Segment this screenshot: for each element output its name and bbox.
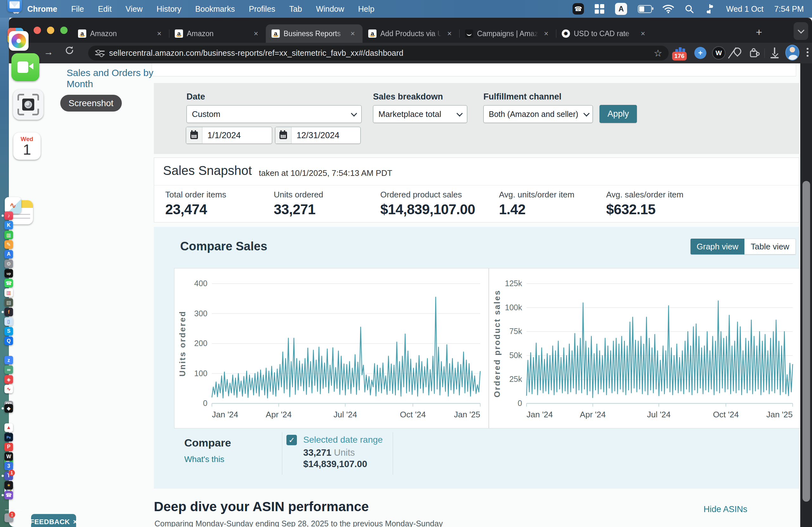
window-zoom-button[interactable] <box>60 27 68 34</box>
dock-calendar-icon[interactable]: Wed 1 <box>13 133 41 160</box>
calendar-icon[interactable] <box>186 127 202 144</box>
apply-button[interactable]: Apply <box>599 105 637 123</box>
dock-photos-icon[interactable] <box>9 31 29 51</box>
new-tab-button[interactable]: + <box>756 26 762 38</box>
dock-upwork-icon[interactable]: up <box>4 269 13 277</box>
tab-close-icon[interactable]: × <box>252 29 260 38</box>
breakdown-select[interactable]: Marketplace total <box>373 105 467 123</box>
menu-item-window[interactable]: Window <box>316 0 344 18</box>
date-to-input[interactable]: 12/31/2024 <box>275 127 361 144</box>
blocked-extension-icon[interactable] <box>729 46 743 60</box>
tab-close-icon[interactable]: × <box>542 29 550 38</box>
page-scrollbar-track[interactable] <box>800 63 812 527</box>
tab-amazon[interactable]: aAmazon× <box>72 25 169 43</box>
dock-skype-icon[interactable]: S <box>4 327 13 335</box>
url-text[interactable]: sellercentral.amazon.com/business-report… <box>109 48 404 58</box>
graph-view-button[interactable]: Graph view <box>691 239 744 255</box>
selected-date-range-label[interactable]: Selected date range <box>303 435 383 445</box>
control-center-icon[interactable] <box>705 4 715 14</box>
dock-facetime-icon[interactable] <box>11 53 39 81</box>
dock-hidden-app-icon[interactable]: 1 <box>4 513 13 522</box>
profile-avatar[interactable] <box>785 46 799 60</box>
dock-swirl-app-icon[interactable]: ∿ <box>4 385 13 393</box>
calendar-icon[interactable] <box>275 127 291 144</box>
tab-business-reports[interactable]: aBusiness Reports× <box>266 25 363 43</box>
viber-icon[interactable]: ☎ <box>572 3 584 15</box>
menu-bar-date[interactable]: Wed 1 Oct <box>726 4 764 14</box>
whats-this-link[interactable]: What's this <box>184 454 224 464</box>
dock-app-store-icon[interactable]: A <box>4 250 13 259</box>
dock-wordtune-icon[interactable]: W <box>4 452 13 461</box>
site-settings-icon[interactable] <box>95 50 105 57</box>
dock-numbers-icon[interactable]: ▥ <box>4 231 13 239</box>
dock-zoom-icon[interactable]: z <box>4 356 13 364</box>
tab-usd-to-cad-rate[interactable]: ✸USD to CAD rate× <box>556 25 653 43</box>
tab-add-products-via-upload[interactable]: aAdd Products via Upload× <box>363 25 459 43</box>
dock-maps-app-icon[interactable]: ▧ <box>4 298 13 307</box>
tab-close-icon[interactable]: × <box>639 29 647 38</box>
tab-amazon[interactable]: aAmazon× <box>169 25 266 43</box>
battery-icon[interactable] <box>638 5 652 13</box>
address-bar[interactable]: sellercentral.amazon.com/business-report… <box>88 46 669 61</box>
window-close-button[interactable] <box>34 27 41 34</box>
feedback-button[interactable]: FEEDBACK× <box>31 514 76 527</box>
dock-keynote-icon[interactable]: K <box>4 221 13 229</box>
dock-mail-icon[interactable] <box>7 0 22 12</box>
tab-close-icon[interactable]: × <box>155 29 163 38</box>
bookmark-star-icon[interactable]: ☆ <box>654 47 662 59</box>
tab-close-icon[interactable]: × <box>445 29 453 38</box>
hide-asins-link[interactable]: Hide ASINs <box>704 505 747 514</box>
plus-extension-icon[interactable]: + <box>693 46 707 60</box>
menu-item-tab[interactable]: Tab <box>289 0 302 18</box>
tab-search-button[interactable] <box>794 22 808 40</box>
extensions-puzzle-icon[interactable] <box>747 46 761 60</box>
analytics-extension-icon[interactable]: 176 <box>673 46 687 60</box>
menu-bar-clock[interactable]: 7:54 PM <box>774 4 804 14</box>
dock-phone-mirroring-icon[interactable]: ▯ <box>4 317 13 326</box>
wordtune-extension-icon[interactable]: W <box>712 46 726 60</box>
downloads-icon[interactable] <box>768 46 782 60</box>
page-scrollbar-thumb[interactable] <box>802 181 810 502</box>
chrome-menu-icon[interactable] <box>807 48 809 58</box>
menu-item-edit[interactable]: Edit <box>98 0 112 18</box>
menu-item-help[interactable]: Help <box>358 0 374 18</box>
dock-quicktime-icon[interactable]: Q <box>4 336 13 345</box>
dock-passwords-icon[interactable]: ✶ <box>4 481 13 490</box>
menu-item-bookmarks[interactable]: Bookmarks <box>195 0 235 18</box>
input-source-icon[interactable]: A <box>615 3 627 15</box>
dock-system-settings-icon[interactable]: ⚙ <box>4 259 13 268</box>
dock-infinity-app-icon[interactable]: ∞ <box>4 365 13 374</box>
window-minimize-button[interactable] <box>47 27 54 34</box>
window-tiling-icon[interactable] <box>595 4 604 14</box>
forward-button[interactable]: → <box>44 47 53 57</box>
menu-item-file[interactable]: File <box>71 0 84 18</box>
table-view-button[interactable]: Table view <box>744 239 796 255</box>
dock-cube-app-icon[interactable]: ◆ <box>4 404 13 412</box>
tab-campaigns-amazon-ad[interactable]: Campaigns | Amazon Ad× <box>459 25 556 43</box>
dock-pages-icon[interactable]: ✎ <box>4 240 13 249</box>
dock-music-icon[interactable]: ♪ <box>4 211 13 220</box>
menu-item-history[interactable]: History <box>157 0 182 18</box>
dock-things-icon[interactable]: 3 <box>4 462 13 470</box>
date-preset-select[interactable]: Custom <box>187 105 362 123</box>
sales-orders-by-month-link[interactable]: Sales and Orders by Month <box>67 67 156 90</box>
dock-send-app-icon[interactable]: ◈ <box>4 375 13 384</box>
tab-close-icon[interactable]: × <box>349 29 357 38</box>
dock-screenshot-icon[interactable] <box>13 89 43 120</box>
wifi-icon[interactable] <box>663 4 674 13</box>
dock-viber-icon[interactable]: ☎ <box>4 491 13 499</box>
dock-photoshop-icon[interactable]: Ps <box>4 433 13 441</box>
dock-firefox-icon[interactable]: f <box>4 308 13 316</box>
date-range-checkbox[interactable]: ✓ <box>287 435 297 445</box>
date-from-input[interactable]: 1/1/2024 <box>186 127 272 144</box>
channel-select[interactable]: Both (Amazon and seller) <box>483 105 593 123</box>
menu-item-view[interactable]: View <box>126 0 143 18</box>
dock-charts-app-icon[interactable]: ▥ <box>4 288 13 297</box>
dock-whatsapp-icon[interactable]: ☎ <box>4 279 13 287</box>
reload-button[interactable] <box>64 45 74 58</box>
dock-teams-icon[interactable]: T1 <box>4 471 13 480</box>
dock-patreon-icon[interactable]: P <box>4 443 13 451</box>
close-icon[interactable]: × <box>73 518 77 526</box>
dock-peak-app-icon[interactable]: ▲ <box>4 423 13 432</box>
menu-item-chrome[interactable]: Chrome <box>27 0 57 18</box>
